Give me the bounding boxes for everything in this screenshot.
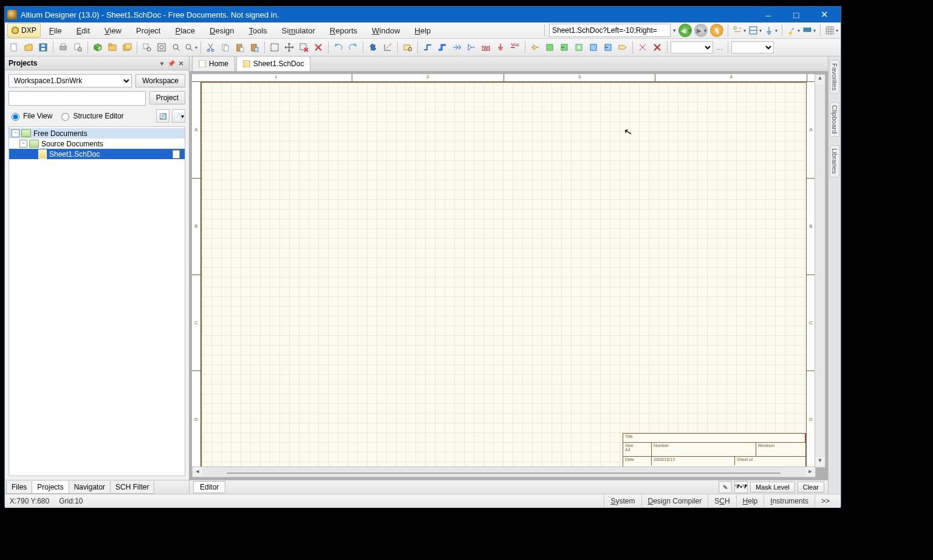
collapse-icon[interactable]: − xyxy=(19,140,27,148)
tab-navigator[interactable]: Navigator xyxy=(69,481,111,494)
scroll-up-icon[interactable]: ▲ xyxy=(815,75,825,84)
scroll-right-icon[interactable]: ► xyxy=(805,467,815,477)
tab-files[interactable]: Files xyxy=(6,481,32,494)
copy-button[interactable] xyxy=(219,41,232,54)
menu-file[interactable]: File xyxy=(43,24,68,38)
editor-tab[interactable]: Editor xyxy=(193,481,225,493)
tab-clipboard[interactable]: Clipboard xyxy=(830,102,839,137)
place-bus-entry-button[interactable] xyxy=(450,41,463,54)
sb-more[interactable]: >> xyxy=(815,495,836,507)
place-port-button[interactable] xyxy=(616,41,629,54)
print-button[interactable] xyxy=(56,41,70,54)
projects-panel-header[interactable]: Projects ▾ 📌 ✕ xyxy=(5,56,189,70)
scrollbar-thumb[interactable] xyxy=(227,473,781,474)
project-tree[interactable]: − Free Documents − Source Documents Shee… xyxy=(9,126,185,476)
combo-2[interactable] xyxy=(731,41,774,53)
menu-place[interactable]: Place xyxy=(169,24,201,38)
place-part-button[interactable] xyxy=(528,41,542,54)
zoom-area-button[interactable] xyxy=(140,41,154,54)
highlight-pen-button[interactable] xyxy=(787,24,800,37)
place-signal-harness-button[interactable] xyxy=(465,41,478,54)
project-filter-input[interactable] xyxy=(9,91,146,106)
panel-pin-icon[interactable]: 📌 xyxy=(167,60,176,67)
paste-button[interactable] xyxy=(233,41,247,54)
tree-sheet1[interactable]: Sheet1.SchDoc xyxy=(9,149,185,159)
structure-editor-radio[interactable]: Structure Editor xyxy=(58,111,123,121)
collapse-icon[interactable]: − xyxy=(12,129,19,137)
place-no-erc-button[interactable] xyxy=(636,41,649,54)
paste-special-button[interactable] xyxy=(248,41,261,54)
hierarchy-up-button[interactable] xyxy=(366,41,380,54)
menu-view[interactable]: View xyxy=(98,24,128,38)
maximize-button[interactable]: □ xyxy=(782,7,810,22)
place-harness-connector-button[interactable] xyxy=(587,41,600,54)
menu-tools[interactable]: Tools xyxy=(242,24,273,38)
open-project-button[interactable] xyxy=(106,41,119,54)
menu-simulator[interactable]: Simulator xyxy=(276,24,321,38)
place-harness-entry-button[interactable] xyxy=(601,41,615,54)
power-ground-button[interactable] xyxy=(764,24,778,37)
tab-home[interactable]: Home xyxy=(192,56,235,71)
redo-button[interactable] xyxy=(346,41,360,54)
tab-sheet1[interactable]: Sheet1.SchDoc xyxy=(236,56,310,71)
workspace-dropdown[interactable]: Workspace1.DsnWrk xyxy=(9,74,132,87)
dxp-menu[interactable]: DXP xyxy=(7,23,41,38)
nav-forward-button[interactable]: ► xyxy=(694,24,708,37)
file-view-radio[interactable]: File View xyxy=(9,111,52,121)
schematic-grid[interactable]: ↖ Title Size A4 Number Revision xyxy=(201,82,807,468)
new-doc-button[interactable] xyxy=(7,41,21,54)
selection-mode-button[interactable] xyxy=(748,24,762,37)
tab-libraries[interactable]: Libraries xyxy=(830,145,839,177)
open-button[interactable] xyxy=(22,41,35,54)
place-sheet-entry-button[interactable] xyxy=(558,41,571,54)
cut-button[interactable] xyxy=(204,41,217,54)
sb-system[interactable]: System xyxy=(604,495,641,507)
select-rect-button[interactable] xyxy=(268,41,281,54)
workspace-button-panel[interactable]: Workspace xyxy=(135,74,185,87)
menu-help[interactable]: Help xyxy=(409,24,437,38)
print-preview-button[interactable] xyxy=(71,41,84,54)
schematic-sheet[interactable]: 1 2 3 4 A B C D ↖ xyxy=(192,74,816,468)
place-bus-button[interactable] xyxy=(436,41,449,54)
menu-reports[interactable]: Reports xyxy=(324,24,364,38)
grid-button[interactable] xyxy=(825,24,838,37)
move-button[interactable] xyxy=(282,41,296,54)
menu-edit[interactable]: Edit xyxy=(70,24,96,38)
sb-help[interactable]: Help xyxy=(736,495,764,507)
place-wire-button[interactable] xyxy=(421,41,434,54)
sb-design-compiler[interactable]: Design Compiler xyxy=(641,495,708,507)
address-dropdown-icon[interactable]: ▾ xyxy=(673,27,676,33)
color-swatch-button[interactable] xyxy=(802,24,816,37)
nav-home-button[interactable]: ⬆ xyxy=(708,22,725,39)
place-sheet-symbol-button[interactable] xyxy=(543,41,556,54)
place-net-label-button[interactable]: Net xyxy=(479,41,493,54)
address-input[interactable] xyxy=(549,24,671,37)
mask-level-button[interactable]: Mask Level xyxy=(750,482,795,493)
close-button[interactable]: ✕ xyxy=(810,7,838,22)
minimize-button[interactable]: – xyxy=(754,7,782,22)
filter-icon[interactable]: ⧩▾⧩ xyxy=(734,481,748,493)
project-button[interactable]: Project xyxy=(149,91,185,104)
zoom-dropdown-button[interactable] xyxy=(184,41,197,54)
menu-design[interactable]: Design xyxy=(203,24,240,38)
zoom-fit-button[interactable] xyxy=(155,41,168,54)
undo-button[interactable] xyxy=(332,41,345,54)
vertical-scrollbar[interactable]: ▲ ▼ xyxy=(815,74,825,468)
panel-dropdown-icon[interactable]: ▾ xyxy=(157,60,166,67)
refresh-tree-button[interactable]: 🔄 xyxy=(156,109,169,123)
selection-filter-button[interactable] xyxy=(733,24,746,37)
menu-project[interactable]: Project xyxy=(130,24,166,38)
zoom-selected-button[interactable] xyxy=(169,41,183,54)
scroll-left-icon[interactable]: ◄ xyxy=(193,467,202,477)
browse-docs-button[interactable] xyxy=(120,41,134,54)
menu-window[interactable]: Window xyxy=(366,24,406,38)
cross-probe-button[interactable] xyxy=(381,41,394,54)
workspace-button[interactable] xyxy=(91,41,104,54)
tab-projects[interactable]: Projects xyxy=(32,481,69,494)
clear-button[interactable]: Clear xyxy=(798,482,824,493)
place-gnd-button[interactable] xyxy=(494,41,507,54)
clear-selection-button[interactable] xyxy=(312,41,325,54)
horizontal-scrollbar[interactable]: ◄ ► xyxy=(192,466,816,477)
place-vcc-button[interactable]: Vcc▔ xyxy=(508,41,522,54)
combo-1[interactable] xyxy=(671,41,713,53)
